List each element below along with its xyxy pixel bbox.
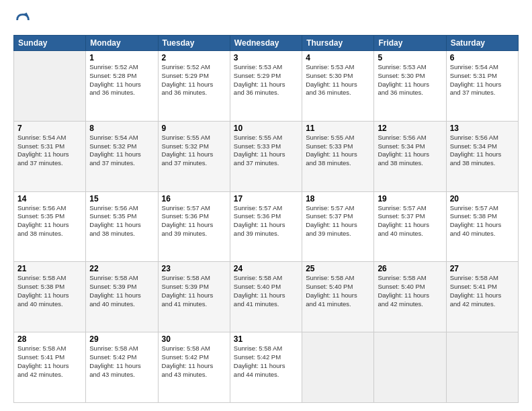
day-number: 13 bbox=[450, 124, 515, 133]
header-day-sunday: Sunday bbox=[14, 36, 86, 51]
calendar-cell: 13Sunrise: 5:56 AMSunset: 5:34 PMDayligh… bbox=[446, 121, 518, 191]
day-info: Sunrise: 5:53 AMSunset: 5:30 PMDaylight:… bbox=[378, 63, 442, 97]
day-number: 1 bbox=[89, 53, 154, 62]
calendar-cell: 4Sunrise: 5:53 AMSunset: 5:30 PMDaylight… bbox=[302, 51, 374, 122]
day-number: 20 bbox=[450, 194, 515, 203]
day-number: 26 bbox=[378, 264, 442, 273]
day-info: Sunrise: 5:56 AMSunset: 5:35 PMDaylight:… bbox=[89, 204, 154, 238]
logo bbox=[13, 11, 35, 30]
calendar-cell: 7Sunrise: 5:54 AMSunset: 5:31 PMDaylight… bbox=[14, 121, 86, 191]
day-number: 14 bbox=[17, 194, 82, 203]
week-row-4: 21Sunrise: 5:58 AMSunset: 5:38 PMDayligh… bbox=[14, 262, 519, 332]
calendar-cell: 5Sunrise: 5:53 AMSunset: 5:30 PMDaylight… bbox=[374, 51, 446, 122]
day-number: 4 bbox=[306, 53, 370, 62]
calendar-cell: 24Sunrise: 5:58 AMSunset: 5:40 PMDayligh… bbox=[230, 262, 302, 332]
page: SundayMondayTuesdayWednesdayThursdayFrid… bbox=[0, 0, 532, 411]
day-info: Sunrise: 5:57 AMSunset: 5:37 PMDaylight:… bbox=[378, 204, 442, 238]
day-info: Sunrise: 5:58 AMSunset: 5:42 PMDaylight:… bbox=[234, 345, 298, 379]
day-info: Sunrise: 5:58 AMSunset: 5:40 PMDaylight:… bbox=[306, 274, 370, 308]
day-number: 12 bbox=[378, 124, 442, 133]
day-number: 25 bbox=[306, 264, 370, 273]
day-info: Sunrise: 5:58 AMSunset: 5:38 PMDaylight:… bbox=[17, 274, 82, 308]
day-number: 17 bbox=[234, 194, 298, 203]
header-day-thursday: Thursday bbox=[302, 36, 374, 51]
day-number: 18 bbox=[306, 194, 370, 203]
calendar-cell: 12Sunrise: 5:56 AMSunset: 5:34 PMDayligh… bbox=[374, 121, 446, 191]
calendar-cell: 23Sunrise: 5:58 AMSunset: 5:39 PMDayligh… bbox=[158, 262, 230, 332]
calendar-cell: 11Sunrise: 5:55 AMSunset: 5:33 PMDayligh… bbox=[302, 121, 374, 191]
week-row-1: 1Sunrise: 5:52 AMSunset: 5:28 PMDaylight… bbox=[14, 51, 519, 122]
calendar-cell: 17Sunrise: 5:57 AMSunset: 5:36 PMDayligh… bbox=[230, 191, 302, 262]
day-number: 16 bbox=[162, 194, 226, 203]
header-day-tuesday: Tuesday bbox=[158, 36, 230, 51]
calendar-cell: 2Sunrise: 5:52 AMSunset: 5:29 PMDaylight… bbox=[158, 51, 230, 122]
day-info: Sunrise: 5:58 AMSunset: 5:42 PMDaylight:… bbox=[162, 345, 226, 379]
calendar-cell: 29Sunrise: 5:58 AMSunset: 5:42 PMDayligh… bbox=[86, 332, 158, 403]
header-day-wednesday: Wednesday bbox=[230, 36, 302, 51]
calendar-cell: 15Sunrise: 5:56 AMSunset: 5:35 PMDayligh… bbox=[86, 191, 158, 262]
day-info: Sunrise: 5:56 AMSunset: 5:35 PMDaylight:… bbox=[17, 204, 82, 238]
day-info: Sunrise: 5:58 AMSunset: 5:40 PMDaylight:… bbox=[234, 274, 298, 308]
calendar-cell: 28Sunrise: 5:58 AMSunset: 5:41 PMDayligh… bbox=[14, 332, 86, 403]
day-number: 27 bbox=[450, 264, 515, 273]
header-day-monday: Monday bbox=[86, 36, 158, 51]
calendar-cell: 21Sunrise: 5:58 AMSunset: 5:38 PMDayligh… bbox=[14, 262, 86, 332]
day-info: Sunrise: 5:53 AMSunset: 5:30 PMDaylight:… bbox=[306, 63, 370, 97]
day-info: Sunrise: 5:58 AMSunset: 5:39 PMDaylight:… bbox=[162, 274, 226, 308]
calendar-cell: 27Sunrise: 5:58 AMSunset: 5:41 PMDayligh… bbox=[446, 262, 518, 332]
calendar-cell: 20Sunrise: 5:57 AMSunset: 5:38 PMDayligh… bbox=[446, 191, 518, 262]
day-number: 11 bbox=[306, 124, 370, 133]
day-number: 2 bbox=[162, 53, 226, 62]
day-info: Sunrise: 5:57 AMSunset: 5:37 PMDaylight:… bbox=[306, 204, 370, 238]
day-number: 22 bbox=[89, 264, 154, 273]
calendar-cell: 26Sunrise: 5:58 AMSunset: 5:40 PMDayligh… bbox=[374, 262, 446, 332]
day-number: 10 bbox=[234, 124, 298, 133]
calendar-cell: 18Sunrise: 5:57 AMSunset: 5:37 PMDayligh… bbox=[302, 191, 374, 262]
calendar-cell: 9Sunrise: 5:55 AMSunset: 5:32 PMDaylight… bbox=[158, 121, 230, 191]
calendar-cell bbox=[374, 332, 446, 403]
day-info: Sunrise: 5:57 AMSunset: 5:36 PMDaylight:… bbox=[162, 204, 226, 238]
day-info: Sunrise: 5:56 AMSunset: 5:34 PMDaylight:… bbox=[378, 134, 442, 168]
day-number: 3 bbox=[234, 53, 298, 62]
day-number: 29 bbox=[89, 334, 154, 344]
calendar-cell: 22Sunrise: 5:58 AMSunset: 5:39 PMDayligh… bbox=[86, 262, 158, 332]
week-row-5: 28Sunrise: 5:58 AMSunset: 5:41 PMDayligh… bbox=[14, 332, 519, 403]
calendar-cell: 10Sunrise: 5:55 AMSunset: 5:33 PMDayligh… bbox=[230, 121, 302, 191]
day-number: 6 bbox=[450, 53, 515, 62]
day-info: Sunrise: 5:52 AMSunset: 5:28 PMDaylight:… bbox=[89, 63, 154, 97]
day-info: Sunrise: 5:52 AMSunset: 5:29 PMDaylight:… bbox=[162, 63, 226, 97]
calendar-cell: 1Sunrise: 5:52 AMSunset: 5:28 PMDaylight… bbox=[86, 51, 158, 122]
calendar-cell: 19Sunrise: 5:57 AMSunset: 5:37 PMDayligh… bbox=[374, 191, 446, 262]
day-info: Sunrise: 5:57 AMSunset: 5:36 PMDaylight:… bbox=[234, 204, 298, 238]
calendar-cell: 31Sunrise: 5:58 AMSunset: 5:42 PMDayligh… bbox=[230, 332, 302, 403]
header-day-saturday: Saturday bbox=[446, 36, 518, 51]
header-day-friday: Friday bbox=[374, 36, 446, 51]
calendar-cell: 14Sunrise: 5:56 AMSunset: 5:35 PMDayligh… bbox=[14, 191, 86, 262]
day-number: 5 bbox=[378, 53, 442, 62]
day-info: Sunrise: 5:55 AMSunset: 5:32 PMDaylight:… bbox=[162, 134, 226, 168]
day-number: 19 bbox=[378, 194, 442, 203]
day-number: 24 bbox=[234, 264, 298, 273]
day-number: 15 bbox=[89, 194, 154, 203]
day-info: Sunrise: 5:53 AMSunset: 5:29 PMDaylight:… bbox=[234, 63, 298, 97]
week-row-3: 14Sunrise: 5:56 AMSunset: 5:35 PMDayligh… bbox=[14, 191, 519, 262]
calendar-cell: 16Sunrise: 5:57 AMSunset: 5:36 PMDayligh… bbox=[158, 191, 230, 262]
calendar-cell: 30Sunrise: 5:58 AMSunset: 5:42 PMDayligh… bbox=[158, 332, 230, 403]
day-info: Sunrise: 5:54 AMSunset: 5:32 PMDaylight:… bbox=[89, 134, 154, 168]
calendar-cell bbox=[302, 332, 374, 403]
day-info: Sunrise: 5:54 AMSunset: 5:31 PMDaylight:… bbox=[450, 63, 515, 97]
day-number: 28 bbox=[17, 334, 82, 344]
calendar-cell: 6Sunrise: 5:54 AMSunset: 5:31 PMDaylight… bbox=[446, 51, 518, 122]
calendar-cell: 8Sunrise: 5:54 AMSunset: 5:32 PMDaylight… bbox=[86, 121, 158, 191]
logo-icon bbox=[13, 11, 32, 30]
day-info: Sunrise: 5:55 AMSunset: 5:33 PMDaylight:… bbox=[306, 134, 370, 168]
day-number: 9 bbox=[162, 124, 226, 133]
day-info: Sunrise: 5:57 AMSunset: 5:38 PMDaylight:… bbox=[450, 204, 515, 238]
calendar-cell: 3Sunrise: 5:53 AMSunset: 5:29 PMDaylight… bbox=[230, 51, 302, 122]
day-number: 7 bbox=[17, 124, 82, 133]
header bbox=[13, 11, 519, 30]
day-number: 23 bbox=[162, 264, 226, 273]
header-row: SundayMondayTuesdayWednesdayThursdayFrid… bbox=[14, 36, 519, 51]
day-number: 21 bbox=[17, 264, 82, 273]
day-number: 31 bbox=[234, 334, 298, 344]
